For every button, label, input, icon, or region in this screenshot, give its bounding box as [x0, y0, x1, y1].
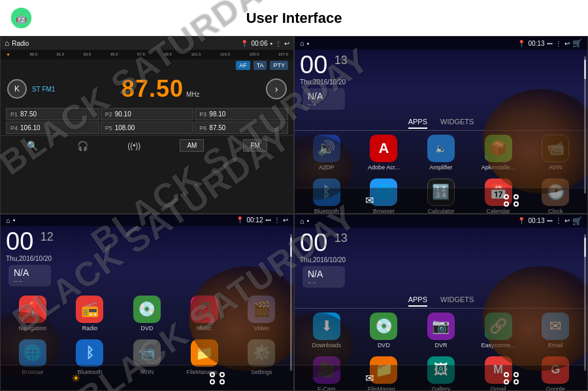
time-2: 00:13: [528, 40, 544, 47]
preset-p6[interactable]: P6 87.50: [195, 122, 288, 134]
dvr-label: DVR: [434, 342, 447, 348]
app-dvd-4[interactable]: 💿 DVD: [357, 313, 411, 348]
radio-main-display: K ST FM1 87.50 MHz ›: [1, 71, 293, 107]
screen-apps-2: ⌂ ▪ 📍 00:13 ▪▪▪ ⋮ ↩ 🛒 00 13 Thu,2016/10/…: [294, 214, 588, 392]
battery-icon: ▪: [270, 40, 272, 47]
app-dvr[interactable]: 📷 DVR: [414, 313, 468, 348]
tab-widgets-4[interactable]: WIDGETS: [440, 296, 474, 307]
location-icon-2: 📍: [517, 40, 525, 47]
statusbar-right-3: 📍 00:12 ▪▪▪ ⋮ ↩: [236, 216, 288, 224]
weather-4: N/A -- --: [302, 266, 345, 288]
signal-3: ▪▪▪: [265, 217, 271, 223]
menu-icon-2[interactable]: ⋮: [555, 40, 562, 47]
signal-2: ▪▪▪: [547, 41, 553, 46]
antenna-icon[interactable]: ((•)): [127, 141, 140, 150]
signal-4: ▪▪▪: [547, 218, 553, 224]
big-clock-4: 00 13: [300, 230, 348, 255]
tab-apps-2[interactable]: APPS: [408, 118, 427, 129]
tab-widgets-2[interactable]: WIDGETS: [440, 118, 474, 129]
radio-freq-display: 87.50 MHz: [60, 75, 261, 103]
screens-grid: ⌂ Radio 📍 00:06 ▪ ⋮ ↩ ▼ 89.5 91.5 93.5 9…: [0, 36, 588, 391]
am-button[interactable]: AM: [180, 139, 204, 152]
launcher-statusbar-4: ⌂ ▪ 📍 00:13 ▪▪▪ ⋮ ↩ 🛒: [295, 214, 587, 228]
screen-radio: ⌂ Radio 📍 00:06 ▪ ⋮ ↩ ▼ 89.5 91.5 93.5 9…: [0, 36, 294, 214]
fm-button[interactable]: FM: [243, 139, 267, 152]
menu-icon-4[interactable]: ⋮: [555, 217, 562, 224]
screen-icon-4: ▪: [307, 217, 310, 224]
app-radio[interactable]: 📻 Radio: [63, 296, 117, 332]
big-clock-2: 00 13: [300, 52, 348, 77]
date-2: Thu,2016/10/20: [300, 78, 348, 86]
app-dvd[interactable]: 💿 DVD: [120, 296, 174, 332]
sun-icon-3[interactable]: ☀: [67, 369, 85, 387]
home-icon[interactable]: ⌂: [5, 39, 9, 48]
statusbar-left-2: ⌂ ▪: [300, 39, 309, 47]
location-icon-4: 📍: [517, 217, 525, 224]
screen-icon-3: ▪: [13, 216, 16, 224]
menu-icon[interactable]: ⋮: [275, 40, 282, 47]
preset-p3[interactable]: P3 98.10: [195, 108, 288, 120]
launcher-statusbar-2: ⌂ ▪ 📍 00:13 ▪▪▪ ⋮ ↩ 🛒: [295, 37, 587, 50]
dvd-icon-4: 💿: [370, 313, 397, 340]
clock-widget-area-3: 00 12 Thu,2016/10/20 N/A -- --: [1, 226, 293, 292]
back-icon-3[interactable]: ↩: [283, 216, 288, 224]
launcher-bottom-bar-2: ✉: [295, 188, 587, 213]
preset-p5[interactable]: P5 108.00: [101, 122, 194, 134]
shop-icon-4[interactable]: 🛒: [572, 216, 582, 226]
screen-apps-1: ⌂ ▪ 📍 00:13 ▪▪▪ ⋮ ↩ 🛒 00 13 Thu,2016/10/…: [294, 36, 588, 214]
dvd-label-4: DVD: [378, 342, 390, 348]
mail-icon-4[interactable]: ✉: [361, 369, 379, 387]
back-icon-4[interactable]: ↩: [564, 217, 570, 224]
launcher-bottom-bar-4: ✉: [295, 365, 587, 390]
pty-button[interactable]: PTY: [270, 61, 288, 70]
radio-icon: 📻: [76, 296, 103, 323]
radio-unit: MHz: [186, 91, 200, 98]
svg-text:🤖: 🤖: [16, 13, 27, 24]
freq-scale: ▼ 89.5 91.5 93.5 95.5 97.5 99.5 101.5 10…: [6, 52, 288, 58]
ta-button[interactable]: TA: [253, 61, 267, 70]
radio-next-button[interactable]: ›: [266, 78, 287, 99]
preset-p4[interactable]: P4 106.10: [6, 122, 99, 134]
af-button[interactable]: AF: [236, 61, 250, 70]
back-icon[interactable]: ↩: [284, 40, 289, 47]
dvd-icon: 💿: [133, 296, 161, 323]
menu-icon-3[interactable]: ⋮: [274, 216, 280, 224]
radio-bottom-controls: 🔍 🎧 ((•)) AM FM: [1, 135, 293, 155]
amplifier-icon: 🔈: [427, 135, 455, 162]
grid-icon-3[interactable]: [210, 369, 228, 387]
home-icon-2[interactable]: ⌂: [300, 39, 304, 47]
amplifier-label: Amplifier: [429, 164, 452, 171]
radio-band: ST FM1: [32, 86, 55, 93]
statusbar-right-4: 📍 00:13 ▪▪▪ ⋮ ↩ 🛒: [517, 216, 582, 226]
grid-icon-2[interactable]: [504, 192, 522, 210]
app-adobe[interactable]: A Adobe Acr...: [357, 135, 411, 171]
home-icon-3[interactable]: ⌂: [6, 216, 10, 224]
screen-nav: ⌂ ▪ 📍 00:12 ▪▪▪ ⋮ ↩ 00 12 Thu,2016/10/20…: [0, 214, 294, 392]
radio-presets: P1 87.50 P2 90.10 P3 98.10 P4 106.10 P5 …: [1, 107, 293, 135]
mail-icon-2[interactable]: ✉: [361, 192, 379, 210]
page-title: User Interface: [246, 10, 342, 27]
android-icon: 🤖: [10, 7, 33, 29]
radio-k-button[interactable]: K: [7, 79, 27, 99]
bluetooth-icon-3: ᛒ: [76, 339, 103, 367]
statusbar-right: 📍 00:06 ▪ ⋮ ↩: [240, 40, 289, 47]
avin-icon-3: 📹: [133, 339, 161, 367]
radio-freq-bar: ▼ 89.5 91.5 93.5 95.5 97.5 99.5 101.5 10…: [1, 50, 293, 60]
date-3: Thu,2016/10/20: [6, 255, 54, 262]
preset-p2[interactable]: P2 90.10: [101, 108, 194, 120]
headphone-icon[interactable]: 🎧: [77, 141, 88, 151]
grid-icon-4[interactable]: [504, 369, 522, 387]
dvr-icon: 📷: [427, 313, 455, 340]
home-icon-4[interactable]: ⌂: [300, 217, 304, 225]
back-icon-2[interactable]: ↩: [564, 40, 570, 47]
app-amplifier[interactable]: 🔈 Amplifier: [414, 135, 468, 171]
search-icon[interactable]: 🔍: [27, 141, 38, 151]
header: 🤖 User Interface: [0, 0, 588, 36]
shop-icon-2[interactable]: 🛒: [572, 39, 582, 48]
preset-p1[interactable]: P1 87.50: [6, 108, 99, 120]
tab-apps-4[interactable]: APPS: [408, 296, 427, 307]
clock-widget-area-2: 00 13 Thu,2016/10/20 N/A -- --: [295, 50, 587, 115]
radio-buttons-row: AF TA PTY: [1, 60, 293, 71]
adobe-label: Adobe Acr...: [368, 164, 400, 171]
launcher-bottom-bar-3: ☀: [1, 365, 293, 390]
